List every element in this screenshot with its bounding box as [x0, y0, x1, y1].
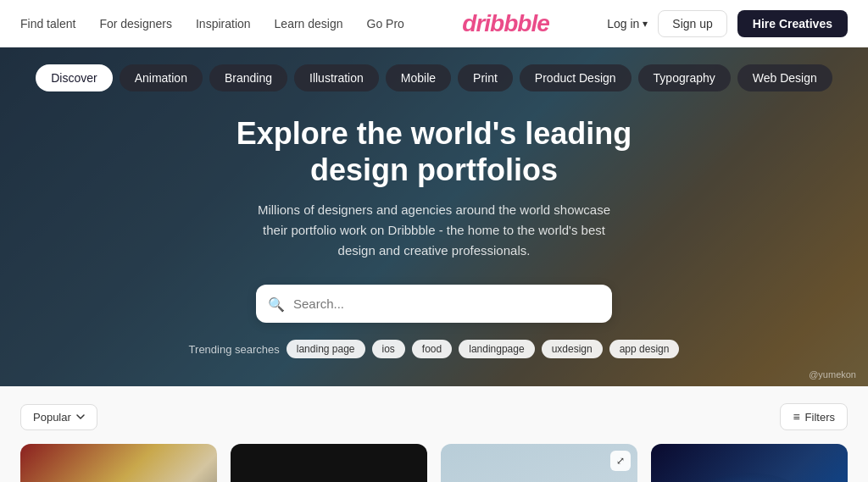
nav-find-talent[interactable]: Find talent: [20, 17, 75, 30]
hero-subtitle: Millions of designers and agencies aroun…: [256, 200, 612, 261]
category-product-design[interactable]: Product Design: [520, 64, 632, 91]
trending-food[interactable]: food: [412, 340, 452, 358]
portfolio-card-2[interactable]: Aurahub: [231, 444, 427, 482]
category-typography[interactable]: Typography: [638, 64, 731, 91]
nav-actions: Log in ▾ Sign up Hire Creatives: [607, 10, 848, 37]
navbar: Find talent For designers Inspiration Le…: [0, 0, 868, 47]
external-link-icon[interactable]: ⤢: [610, 451, 631, 471]
filter-icon: ≡: [793, 410, 799, 424]
login-button[interactable]: Log in: [607, 17, 639, 30]
sort-label: Popular: [33, 411, 71, 424]
portfolio-grid: WESTWARD Aurahub ⤢ o make the website yo…: [20, 444, 848, 482]
search-icon: 🔍: [268, 296, 285, 312]
nav-go-pro[interactable]: Go Pro: [367, 17, 404, 30]
nav-for-designers[interactable]: For designers: [99, 17, 172, 30]
portfolio-card-1[interactable]: WESTWARD: [20, 444, 217, 482]
trending-row: Trending searches landing page ios food …: [189, 340, 680, 372]
category-discover[interactable]: Discover: [36, 64, 112, 91]
trending-landingpage[interactable]: landingpage: [459, 340, 534, 358]
search-input[interactable]: [256, 285, 612, 323]
nav-learn-design[interactable]: Learn design: [275, 17, 343, 30]
portfolio-toolbar: Popular ≡ Filters: [20, 403, 848, 430]
hero-content: Discover Animation Branding Illustration…: [0, 47, 868, 372]
svg-point-0: [678, 473, 821, 482]
category-print[interactable]: Print: [458, 64, 513, 91]
signup-button[interactable]: Sign up: [658, 10, 726, 37]
trending-label: Trending searches: [189, 343, 280, 356]
filters-label: Filters: [805, 411, 835, 424]
dribbble-logo[interactable]: dribbble: [462, 10, 548, 37]
portfolio-card-3[interactable]: ⤢ o make the website you've always wante…: [441, 444, 637, 482]
category-mobile[interactable]: Mobile: [386, 64, 451, 91]
portfolio-section: Popular ≡ Filters WESTWARD Aurahub ⤢ o m…: [0, 386, 868, 482]
category-illustration[interactable]: Illustration: [294, 64, 379, 91]
nav-inspiration[interactable]: Inspiration: [196, 17, 251, 30]
trending-ios[interactable]: ios: [372, 340, 405, 358]
login-dropdown-button[interactable]: ▾: [643, 18, 648, 30]
category-animation[interactable]: Animation: [120, 64, 203, 91]
hero-title: Explore the world's leading design portf…: [214, 115, 654, 188]
hire-creatives-button[interactable]: Hire Creatives: [737, 10, 848, 37]
trending-landing-page[interactable]: landing page: [287, 340, 365, 358]
hero-section: Discover Animation Branding Illustration…: [0, 47, 868, 386]
product-illustration: [651, 444, 848, 482]
trending-uxdesign[interactable]: uxdesign: [542, 340, 603, 358]
filters-button[interactable]: ≡ Filters: [780, 403, 848, 430]
nav-links: Find talent For designers Inspiration Le…: [20, 17, 404, 30]
category-branding[interactable]: Branding: [209, 64, 287, 91]
sort-button[interactable]: Popular: [20, 404, 97, 430]
search-container: 🔍: [256, 285, 612, 323]
hero-credit: @yumekon: [809, 369, 856, 380]
chevron-down-icon: [76, 413, 85, 421]
category-web-design[interactable]: Web Design: [737, 64, 832, 91]
portfolio-card-4[interactable]: [651, 444, 848, 482]
trending-app-design[interactable]: app design: [609, 340, 680, 358]
category-pills: Discover Animation Branding Illustration…: [15, 47, 853, 105]
